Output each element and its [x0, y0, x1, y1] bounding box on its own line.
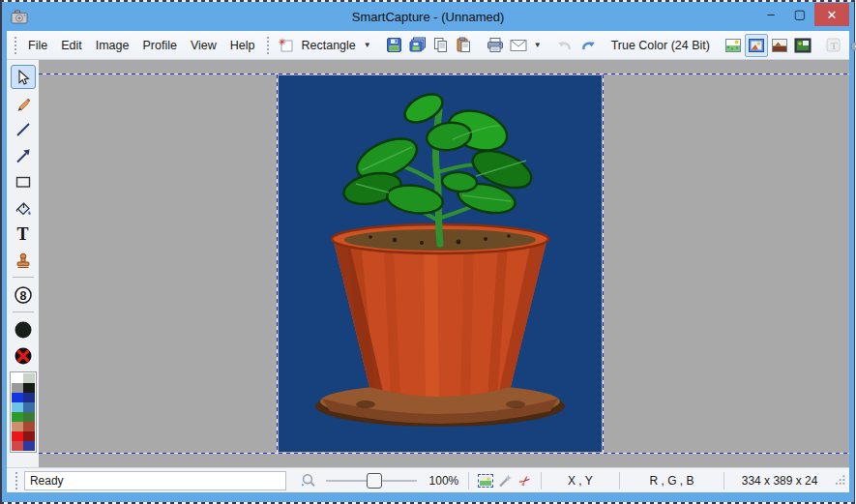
cut-selection-button[interactable]: ✂ [516, 471, 536, 490]
menu-image[interactable]: Image [89, 35, 136, 56]
truecolor-image-button[interactable] [745, 34, 768, 57]
svg-text:8: 8 [19, 288, 26, 302]
cursor-position-readout: X , Y [547, 474, 613, 488]
workspace[interactable] [39, 60, 849, 467]
tool-pencil[interactable] [11, 91, 36, 115]
monochrome-image-button[interactable] [722, 34, 745, 57]
print-icon [487, 37, 504, 53]
undo-button[interactable] [553, 34, 576, 57]
tool-stamp[interactable] [11, 248, 36, 272]
smartcapture-window: SmartCapture - (Unnamed) – ▢ ✕ File Edit… [2, 2, 854, 502]
select-arrow-icon [15, 69, 32, 86]
email-icon [510, 39, 527, 52]
svg-text:T: T [831, 40, 839, 51]
zoom-slider-thumb[interactable] [367, 473, 382, 489]
save-button[interactable] [383, 34, 406, 57]
counter-8-icon: 8 [14, 285, 33, 305]
delete-x-icon [14, 346, 33, 366]
canvas-image-potted-plant[interactable] [279, 75, 602, 452]
copy-button[interactable] [429, 34, 453, 57]
selection-guide-left[interactable] [277, 74, 278, 453]
tool-filled-circle[interactable] [11, 317, 36, 341]
color-swatch[interactable] [12, 422, 23, 431]
selection-mode-button[interactable] [475, 471, 495, 490]
capture-region-icon: ✳ [278, 37, 294, 53]
capture-mode-label[interactable]: Rectangle [297, 39, 359, 52]
tool-palette: T 8 [7, 60, 39, 467]
menu-file[interactable]: File [21, 35, 54, 56]
zoom-tool[interactable] [298, 471, 318, 490]
email-dropdown-icon[interactable]: ▼ [530, 41, 546, 49]
pencil-icon [15, 95, 32, 112]
color-palette[interactable] [10, 371, 37, 453]
greyscale-image-button[interactable] [768, 34, 791, 57]
paste-button[interactable] [453, 34, 476, 57]
tool-separator [13, 277, 34, 278]
rectangle-icon [15, 173, 32, 191]
color-swatch[interactable] [23, 373, 35, 383]
selection-guide-right[interactable] [603, 74, 604, 453]
marquee-selection-icon [478, 474, 493, 488]
tool-fill[interactable] [11, 195, 36, 220]
zoom-slider[interactable] [326, 472, 417, 489]
tool-counter[interactable]: 8 [11, 282, 36, 307]
color-swatch[interactable] [12, 383, 23, 393]
color-swatch[interactable] [23, 412, 35, 422]
svg-text:✳: ✳ [278, 37, 285, 47]
redo-button[interactable] [576, 34, 600, 57]
statusbar-separator [619, 472, 620, 489]
magic-wand-button[interactable] [495, 471, 516, 490]
color-swatch[interactable] [12, 402, 23, 412]
menu-edit[interactable]: Edit [54, 35, 89, 56]
paint-bucket-icon [15, 199, 32, 217]
color-swatch[interactable] [23, 402, 35, 412]
tool-arrow[interactable] [11, 143, 36, 167]
color-swatch[interactable] [23, 422, 35, 431]
close-button[interactable]: ✕ [814, 3, 849, 26]
print-button[interactable] [484, 34, 507, 57]
magnifier-icon [300, 473, 316, 489]
color-swatch[interactable] [23, 383, 35, 393]
settings-gears-icon [848, 37, 856, 53]
color-swatch[interactable] [12, 412, 23, 422]
line-icon [15, 121, 32, 138]
statusbar-grip[interactable] [15, 472, 19, 489]
tool-select[interactable] [11, 65, 36, 89]
selection-guide-bottom[interactable] [39, 453, 849, 454]
maximize-button[interactable]: ▢ [785, 3, 814, 24]
zoom-percentage: 100% [425, 474, 459, 488]
palette-image-button[interactable] [791, 34, 814, 57]
minimize-button[interactable]: – [756, 3, 785, 24]
menu-help[interactable]: Help [223, 35, 262, 56]
settings-button[interactable] [845, 34, 856, 57]
save-all-button[interactable] [406, 34, 429, 57]
tool-rectangle[interactable] [11, 169, 36, 193]
menu-profile[interactable]: Profile [135, 35, 183, 56]
tool-delete-marker[interactable] [11, 343, 36, 368]
color-swatch[interactable] [12, 441, 23, 451]
color-swatch[interactable] [23, 441, 35, 451]
tool-line[interactable] [11, 117, 36, 141]
color-swatch[interactable] [23, 431, 35, 441]
capture-button[interactable]: ✳ [274, 34, 297, 57]
toolbar-grip[interactable] [15, 37, 16, 54]
color-swatch[interactable] [23, 393, 35, 402]
color-swatch[interactable] [12, 431, 23, 441]
caption-text-button[interactable]: T [822, 34, 845, 57]
selection-guide-top[interactable] [39, 74, 849, 74]
capture-mode-dropdown-icon[interactable]: ▼ [360, 41, 375, 49]
status-bar: Ready 100% [7, 467, 849, 492]
undo-icon [556, 38, 574, 53]
palette-image-icon [794, 38, 812, 53]
email-button[interactable] [507, 34, 530, 57]
menu-view[interactable]: View [184, 35, 223, 56]
toolbar-grip-2[interactable] [267, 37, 269, 54]
save-icon [386, 37, 402, 53]
tool-text[interactable]: T [11, 222, 36, 246]
window-controls: – ▢ ✕ [756, 3, 849, 28]
title-bar[interactable]: SmartCapture - (Unnamed) – ▢ ✕ [2, 2, 854, 31]
truecolor-image-icon [748, 38, 765, 53]
color-swatch[interactable] [12, 373, 23, 383]
window-resize-grip[interactable] [835, 474, 846, 487]
color-swatch[interactable] [12, 393, 23, 402]
